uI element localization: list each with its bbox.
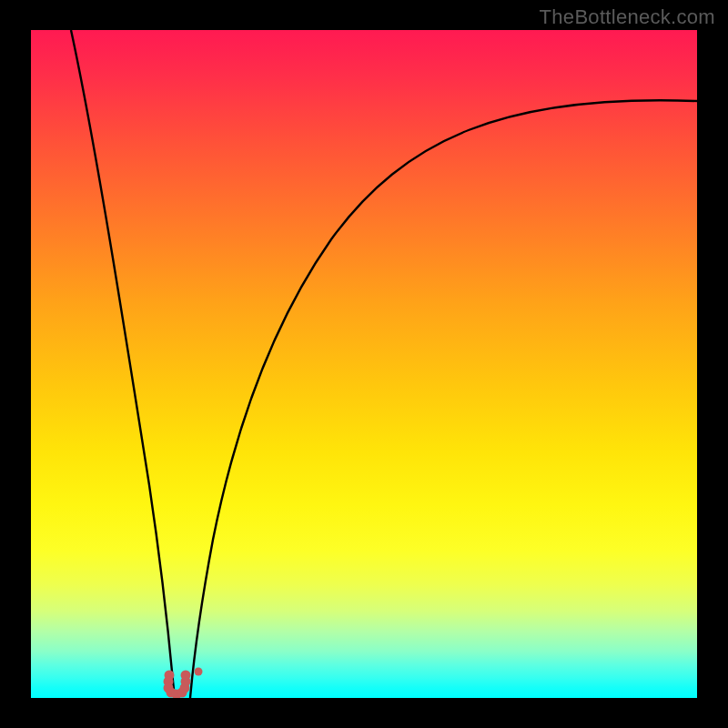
curve-right-branch: [190, 100, 697, 698]
chart-frame: TheBottleneck.com: [0, 0, 728, 728]
curve-left-branch: [71, 30, 175, 698]
svg-point-9: [195, 668, 203, 676]
svg-point-8: [181, 671, 191, 681]
plot-area: [31, 30, 697, 698]
attribution-text: TheBottleneck.com: [540, 5, 715, 29]
marker-u-curve: [164, 668, 203, 699]
curves-layer: [31, 30, 697, 698]
